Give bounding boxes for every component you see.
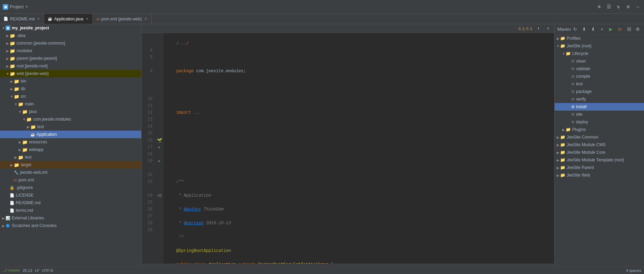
maven-jeesite-common[interactable]: ▶ 📁 JeeSite Common xyxy=(555,133,644,141)
test-gear-icon: ⚙ xyxy=(571,82,575,86)
maven-chain-icon[interactable]: ⛓ xyxy=(625,26,632,33)
collapse-icon[interactable]: ⬇ xyxy=(545,25,552,32)
tree-parent[interactable]: ▶ 📁 parent [jeesite-parent] xyxy=(0,55,141,62)
code-line-14: * @version 2018-10-13 xyxy=(166,220,554,227)
maven-package[interactable]: ▶ ⚙ package xyxy=(555,88,644,95)
tree-web[interactable]: ▼ 📁 web [jeesite-web] xyxy=(0,70,141,77)
expand-icon[interactable]: ⬆ xyxy=(535,25,542,32)
tree-ext-libraries[interactable]: ▶ 📊 External Libraries xyxy=(0,214,141,222)
run-main-icon[interactable]: ▶ xyxy=(158,159,160,163)
maven-jeesite-parent[interactable]: ▶ 📁 JeeSite Parent xyxy=(555,164,644,171)
gutter-1 xyxy=(155,33,164,40)
maven-jeesite-web[interactable]: ▶ 📁 JeeSite Web xyxy=(555,171,644,179)
tab-application-close[interactable]: ✕ xyxy=(85,17,89,21)
maven-test[interactable]: ▶ ⚙ test xyxy=(555,80,644,88)
maven-jeesite-root[interactable]: ▼ 📁 JeeSite (root) xyxy=(555,42,644,50)
run-gutter-icon[interactable]: ▶ xyxy=(158,145,160,149)
readme-file-icon: 📄 xyxy=(3,17,8,21)
maven-jeesite-core[interactable]: ▶ 📁 JeeSite Module Core xyxy=(555,149,644,156)
maven-compile[interactable]: ▶ ⚙ compile xyxy=(555,73,644,80)
site-gear-icon: ⚙ xyxy=(571,112,575,117)
tree-readme[interactable]: ▶ 📄 README.md xyxy=(0,199,141,207)
maven-deploy[interactable]: ▶ ⚙ deploy xyxy=(555,118,644,126)
gutter-9 xyxy=(155,88,164,95)
list-icon[interactable]: ☰ xyxy=(605,3,612,10)
tree-gitignore[interactable]: ▶ 🔒 .gitignore xyxy=(0,184,141,191)
maven-jeesite-cms[interactable]: ▶ 📁 JeeSite Module CMS xyxy=(555,141,644,149)
sort-icon[interactable]: ⇅ xyxy=(615,3,622,10)
maven-plugins-label: Plugins xyxy=(572,127,586,132)
code-line-fold: /.../ xyxy=(166,40,554,47)
tree-test[interactable]: ▶ 📁 test xyxy=(0,123,141,131)
editor-scrollbar[interactable] xyxy=(142,264,554,266)
maven-tree: ▶ 📁 Profiles ▼ 📁 JeeSite (root) ▼ 📁 Life… xyxy=(555,35,644,266)
tab-pom[interactable]: m pom.xml (jeesite-web) ✕ xyxy=(93,14,152,24)
tab-bar: 📄 README.md ✕ ☕ Application.java ✕ m pom… xyxy=(0,14,644,24)
maven-lifecycle[interactable]: ▼ 📁 Lifecycle xyxy=(555,50,644,57)
maven-install[interactable]: ▶ ⚙ install xyxy=(555,103,644,111)
maven-site[interactable]: ▶ ⚙ site xyxy=(555,111,644,118)
arrow-scratches: ▶ xyxy=(1,224,6,228)
navigate-icon[interactable]: ⊕ xyxy=(596,3,603,10)
tree-target[interactable]: ▶ 📁 target xyxy=(0,161,141,169)
tab-pom-close[interactable]: ✕ xyxy=(144,17,148,21)
tree-idea[interactable]: ▶ 📁 .idea xyxy=(0,32,141,39)
tree-test2[interactable]: ▶ 📁 test xyxy=(0,153,141,161)
maven-validate[interactable]: ▶ ⚙ validate xyxy=(555,65,644,73)
gutter-10 xyxy=(155,95,164,102)
tree-db[interactable]: ▶ 📁 db xyxy=(0,85,141,93)
root-project-icon: ▣ xyxy=(6,26,10,30)
maven-refresh-icon[interactable]: ↻ xyxy=(572,26,578,33)
folder-test2-icon: 📁 xyxy=(18,155,23,160)
tree-webapp[interactable]: ▶ 📁 webapp xyxy=(0,146,141,153)
project-dropdown-arrow[interactable]: ▼ xyxy=(25,5,28,9)
maven-settings-icon[interactable]: ⚙ xyxy=(634,26,641,33)
tree-java[interactable]: ▼ 📁 java xyxy=(0,108,141,115)
maven-download-icon[interactable]: ⬇ xyxy=(589,26,596,33)
folder-test-icon: 📁 xyxy=(30,124,36,130)
tree-modules[interactable]: ▶ 📁 modules xyxy=(0,47,141,55)
folder-modules-icon: 📁 xyxy=(10,48,15,54)
tree-pom[interactable]: ▶ m pom.xml xyxy=(0,176,141,184)
arrow-webapp: ▶ xyxy=(18,148,22,152)
arrow-root-folder: ▶ xyxy=(6,64,10,68)
tree-scratches[interactable]: ▶ 🔷 Scratches and Consoles xyxy=(0,222,141,229)
arrow-idea: ▶ xyxy=(6,34,10,38)
tree-license[interactable]: ▶ 📄 LICENSE xyxy=(0,191,141,199)
maven-run-icon[interactable]: ▶ xyxy=(607,26,614,33)
maven-plugins[interactable]: ▶ 📁 Plugins xyxy=(555,126,644,133)
maven-m-icon[interactable]: m xyxy=(616,26,623,33)
jeesite-cms-icon: 📁 xyxy=(560,142,565,147)
tree-bin[interactable]: ▶ 📁 bin xyxy=(0,77,141,85)
tree-root-folder[interactable]: ▶ 📁 root [jeesite-root] xyxy=(0,62,141,70)
tree-resources[interactable]: ▶ 📁 resources xyxy=(0,138,141,146)
tree-main[interactable]: ▼ 📁 main xyxy=(0,100,141,108)
tab-readme[interactable]: 📄 README.md ✕ xyxy=(0,14,44,24)
maven-import-icon[interactable]: ⬇ xyxy=(580,26,587,33)
tree-com-jeesite[interactable]: ▼ 📁 com.jeesite.modules xyxy=(0,115,141,123)
maven-add-icon[interactable]: + xyxy=(598,26,605,33)
status-encoding: UTF-8 xyxy=(42,268,53,273)
package-gear-icon: ⚙ xyxy=(571,89,575,94)
tree-application[interactable]: ▶ ☕ Application xyxy=(0,131,141,138)
maven-clean[interactable]: ▶ ⚙ clean xyxy=(555,57,644,65)
project-title[interactable]: ▣ Project ▼ xyxy=(3,4,28,10)
minimize-icon[interactable]: — xyxy=(634,3,641,10)
tree-terms[interactable]: ▶ 📄 terms.md xyxy=(0,207,141,214)
arrow-parent: ▶ xyxy=(6,57,10,60)
tree-common[interactable]: ▶ 📁 common [jeesite-common] xyxy=(0,39,141,47)
maven-jeesite-template[interactable]: ▶ 📁 JeeSite Module Template (root) xyxy=(555,156,644,164)
tree-iml[interactable]: ▶ 🔧 jeesite-web.iml xyxy=(0,169,141,176)
tab-readme-close[interactable]: ✕ xyxy=(36,17,40,21)
tree-src-label: src xyxy=(21,94,26,99)
gutter-23 xyxy=(155,185,164,192)
tree-src[interactable]: ▼ 📁 src xyxy=(0,93,141,100)
code-editor[interactable]: 4 5 6 10 11 12 13 14 15 16 17 18 19 22 xyxy=(142,33,554,264)
settings-icon[interactable]: ⚙ xyxy=(625,3,632,10)
tab-application[interactable]: ☕ Application.java ✕ xyxy=(44,14,93,24)
code-content[interactable]: /.../ package com.jeesite.modules; impor… xyxy=(164,33,554,264)
bean-gutter-icon[interactable]: 🌱 xyxy=(157,138,162,143)
maven-verify[interactable]: ▶ ⚙ verify xyxy=(555,95,644,103)
maven-profiles[interactable]: ▶ 📁 Profiles xyxy=(555,35,644,42)
tree-root[interactable]: ▼ ▣ my_jeesite_project xyxy=(0,24,141,32)
